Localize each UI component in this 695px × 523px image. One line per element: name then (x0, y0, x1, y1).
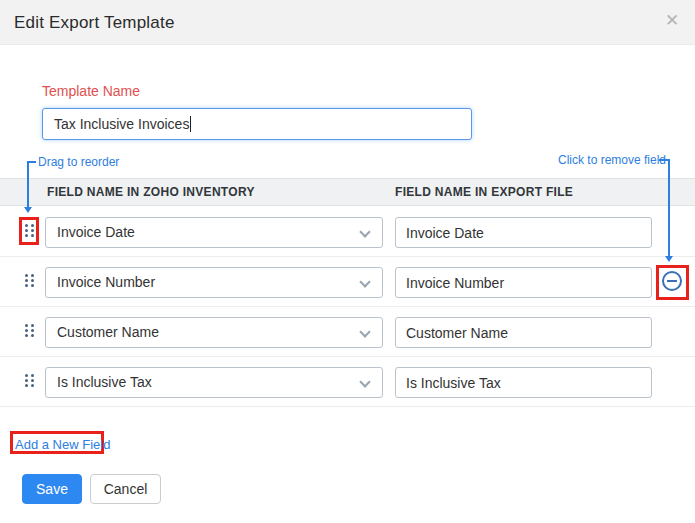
template-name-input[interactable]: Tax Inclusive Invoices (42, 108, 472, 140)
remove-annotation-arrow-line (668, 159, 670, 256)
chevron-down-icon (359, 326, 370, 337)
field-name-select[interactable]: Invoice Number (45, 267, 383, 298)
add-new-field-link[interactable]: Add a New Field (15, 437, 110, 452)
text-cursor (190, 116, 191, 132)
dialog-title: Edit Export Template (14, 13, 175, 33)
save-button[interactable]: Save (22, 474, 82, 504)
minus-icon (667, 280, 677, 282)
remove-field-annotation: Click to remove field (558, 153, 666, 167)
table-header: FIELD NAME IN ZOHO INVENTORY FIELD NAME … (0, 178, 695, 206)
export-file-name-input[interactable] (395, 267, 652, 298)
field-name-selected-value: Is Inclusive Tax (57, 374, 152, 390)
field-name-select[interactable]: Customer Name (45, 317, 383, 348)
drag-handle-icon[interactable] (25, 324, 34, 337)
export-file-name-input[interactable] (395, 367, 652, 398)
column-header-export: FIELD NAME IN EXPORT FILE (395, 179, 573, 205)
template-name-value: Tax Inclusive Invoices (54, 116, 189, 132)
remove-field-button[interactable] (662, 271, 682, 291)
export-file-name-input[interactable] (395, 217, 652, 248)
remove-annotation-arrowhead-icon (665, 256, 673, 262)
drag-annotation-arrow-line (27, 161, 29, 207)
column-header-inventory: FIELD NAME IN ZOHO INVENTORY (47, 179, 255, 205)
field-name-select[interactable]: Is Inclusive Tax (45, 367, 383, 398)
chevron-down-icon (359, 226, 370, 237)
dialog-titlebar: Edit Export Template ✕ (0, 0, 695, 45)
cancel-button[interactable]: Cancel (90, 474, 161, 504)
field-name-select[interactable]: Invoice Date (45, 217, 383, 248)
drag-handle-icon[interactable] (25, 274, 34, 287)
chevron-down-icon (359, 376, 370, 387)
close-icon[interactable]: ✕ (662, 11, 682, 31)
drag-to-reorder-annotation: Drag to reorder (38, 155, 119, 169)
field-name-selected-value: Invoice Date (57, 224, 135, 240)
field-name-selected-value: Invoice Number (57, 274, 155, 290)
field-name-selected-value: Customer Name (57, 324, 159, 340)
drag-handle-icon[interactable] (25, 374, 34, 387)
table-row: Customer Name (0, 307, 695, 357)
drag-handle-icon[interactable] (25, 224, 34, 237)
template-name-label: Template Name (42, 83, 140, 99)
drag-annotation-arrowhead-icon (24, 207, 32, 213)
export-file-name-input[interactable] (395, 317, 652, 348)
table-row: Invoice Number (0, 257, 695, 307)
chevron-down-icon (359, 276, 370, 287)
field-rows: Invoice Date Invoice Number Customer Nam… (0, 207, 695, 407)
edit-export-template-dialog: Edit Export Template ✕ Template Name Tax… (0, 0, 695, 523)
table-row: Is Inclusive Tax (0, 357, 695, 407)
table-row: Invoice Date (0, 207, 695, 257)
